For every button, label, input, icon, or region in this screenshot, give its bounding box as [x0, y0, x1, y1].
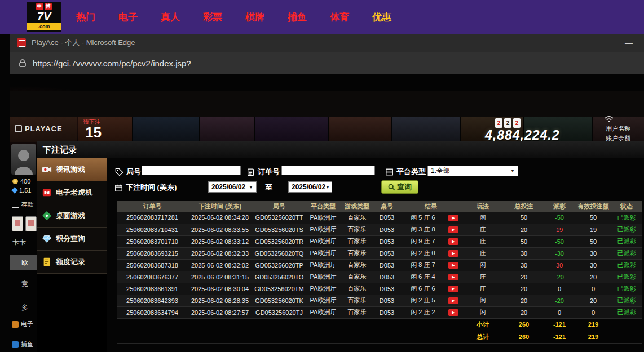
url-text[interactable]: https://gci.7vvvvvv.com/pc/pcv2/index.js…: [33, 59, 191, 68]
cell-video: ▶: [445, 212, 461, 224]
cell-time: 2025-06-02 08:28:35: [187, 295, 253, 306]
hall-item-jing[interactable]: 竞: [21, 279, 28, 289]
spacer-cell: [611, 318, 642, 331]
sidebar-item-table-games[interactable]: 桌面游戏: [37, 204, 107, 228]
nav-item-fishing[interactable]: 捕鱼: [288, 11, 307, 24]
user-name-label: 用户名称: [606, 124, 630, 133]
card: 2: [495, 118, 502, 128]
sidebar-item-points-query[interactable]: 积分查询: [37, 228, 107, 251]
col-table: 桌号: [373, 201, 400, 212]
play-video-button[interactable]: ▶: [448, 262, 458, 269]
subtotal-row: 小计 260 -121 219: [117, 318, 642, 331]
nav-item-lottery[interactable]: 彩票: [203, 11, 222, 24]
round-number-label: 局号: [115, 167, 141, 177]
cell-bet-on: 庄: [461, 247, 504, 259]
cell-result: 闲 6 庄 6: [400, 283, 445, 295]
table-games-icon: [42, 211, 52, 221]
nav-item-hot[interactable]: 热门: [76, 11, 95, 24]
cell-table: D053: [373, 271, 400, 283]
lobby-thumbnail[interactable]: [133, 117, 199, 142]
sidebar-item-slot-machines[interactable]: 电子老虎机: [37, 181, 107, 204]
cell-time: 2025-06-02 08:27:57: [187, 306, 253, 318]
table-row: 2506020837172812025-06-02 08:34:28GD0532…: [117, 212, 642, 224]
play-video-button[interactable]: ▶: [448, 297, 458, 304]
play-video-button[interactable]: ▶: [448, 286, 458, 292]
play-video-button[interactable]: ▶: [448, 215, 458, 221]
order-number-input[interactable]: [281, 166, 375, 175]
cell-platform: PA欧洲厅: [306, 283, 341, 295]
lobby-thumbnail[interactable]: [200, 117, 254, 142]
col-status: 状态: [611, 201, 642, 212]
hall-item-europe[interactable]: 欧: [10, 255, 37, 270]
play-video-button[interactable]: ▶: [448, 250, 458, 257]
gem-balance: 1.51: [19, 187, 31, 194]
play-video-button[interactable]: ▶: [448, 238, 458, 245]
cell-valid-bet: 20: [575, 295, 611, 306]
subtotal-payout: -121: [544, 318, 575, 331]
date-to-value: 2025/06/02: [292, 183, 325, 191]
table-row: 2506020836347942025-06-02 08:27:57GD0532…: [117, 306, 642, 318]
lock-icon[interactable]: [18, 59, 27, 68]
hall-item-kaka[interactable]: 卡卡: [12, 238, 26, 247]
grand-total-row: 总计 260 -121 219: [117, 331, 642, 343]
col-payout: 派彩: [544, 201, 575, 212]
user-avatar[interactable]: [11, 144, 36, 175]
nav-item-live[interactable]: 真人: [161, 11, 180, 24]
sidebar-item-credit-records[interactable]: 额度记录: [37, 251, 107, 274]
calendar-icon: [114, 184, 123, 192]
cell-valid-bet: 0: [575, 306, 611, 318]
nav-item-sports[interactable]: 体育: [330, 11, 349, 24]
cell-bet-on: 闲: [461, 295, 504, 306]
date-from-select[interactable]: 2025/06/02 ▼: [208, 181, 257, 193]
platform-type-select[interactable]: 1.全部 ▼: [427, 166, 518, 176]
platform-type-label-text: 平台类型: [396, 167, 426, 177]
lobby-thumbnail[interactable]: [329, 117, 391, 142]
play-video-button[interactable]: ▶: [448, 274, 458, 280]
cell-valid-bet: 20: [575, 271, 611, 283]
deposit-button[interactable]: 存款: [12, 200, 34, 209]
sidebar-item-live-games[interactable]: 视讯游戏: [37, 158, 107, 181]
col-bet-on: 玩法: [461, 201, 504, 212]
nav-item-slots[interactable]: 电子: [118, 11, 138, 24]
cell-table: D053: [373, 224, 400, 235]
modal-title: 下注记录: [37, 141, 644, 158]
cell-platform: PA欧洲厅: [306, 259, 341, 271]
round-number-label-text: 局号: [126, 167, 141, 177]
minimize-button[interactable]: —: [625, 38, 633, 47]
menu-fishing[interactable]: 捕鱼: [12, 340, 33, 349]
table-row: 2506020837104312025-06-02 08:33:55GD0532…: [117, 224, 642, 235]
coin-balance: 400: [20, 178, 30, 185]
card: 2: [504, 118, 511, 128]
date-to-select[interactable]: 2025/06/02 ▼: [288, 181, 332, 193]
chevron-down-icon: ▼: [325, 185, 330, 190]
logo-badges: 申 博: [27, 2, 61, 10]
lobby-thumbnail[interactable]: [255, 117, 328, 142]
cell-game: 百家乐: [341, 271, 373, 283]
site-logo[interactable]: 申 博 7V .com: [27, 2, 61, 32]
bet-records-table: 订单号 下注时间 (美东) 局号 平台类型 游戏类型 桌号 结果 玩法 总投注 …: [117, 201, 642, 344]
playace-brand-text: PLAYACE: [25, 124, 63, 133]
nav-item-promo[interactable]: 优惠: [372, 11, 391, 24]
logo-domain: .com: [27, 23, 61, 30]
play-video-button[interactable]: ▶: [448, 226, 458, 233]
search-button[interactable]: 查询: [381, 180, 418, 194]
nav-item-cards[interactable]: 棋牌: [245, 11, 264, 24]
menu-slots[interactable]: 电子: [12, 320, 33, 328]
slot-machine-icon: [42, 188, 52, 198]
hall-item-duo[interactable]: 多: [21, 303, 28, 313]
magnifier-icon: [388, 184, 395, 191]
cell-valid-bet: 19: [575, 224, 611, 235]
cell-video: ▶: [445, 224, 461, 235]
col-order: 订单号: [117, 201, 187, 212]
cell-time: 2025-06-02 08:34:28: [187, 212, 253, 224]
modal-sidebar: 视讯游戏 电子老虎机 桌面游戏 积分查询 额度记录: [37, 158, 107, 352]
cell-platform: PA欧洲厅: [306, 247, 341, 259]
col-total-bet: 总投注: [504, 201, 544, 212]
play-video-button[interactable]: ▶: [448, 309, 458, 316]
cell-bet-on: 闲: [461, 212, 504, 224]
cell-game: 百家乐: [341, 247, 373, 259]
cell-bet-on: 闲: [461, 259, 504, 271]
subtotal-label: 小计: [461, 318, 504, 331]
round-number-input[interactable]: [142, 166, 241, 175]
lobby-thumbnail[interactable]: [392, 117, 460, 142]
